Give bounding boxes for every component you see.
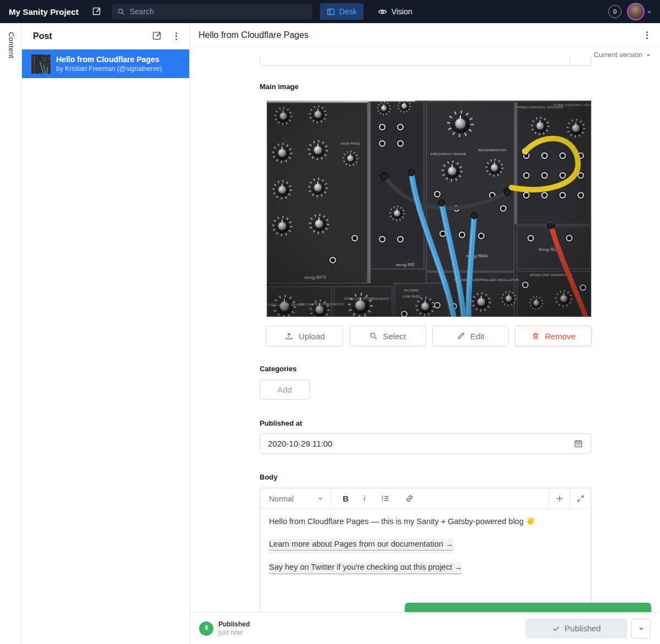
sanity-studio-app: My Sanity Project Search Desk Vision 0 xyxy=(0,0,660,644)
publish-arrow-icon xyxy=(202,624,211,632)
compose-icon xyxy=(152,31,162,41)
bullet-list-button[interactable] xyxy=(381,494,390,503)
desk-icon xyxy=(327,8,335,16)
edit-image-button[interactable]: Edit xyxy=(432,326,509,346)
tab-vision[interactable]: Vision xyxy=(371,3,419,20)
topbar: My Sanity Project Search Desk Vision 0 xyxy=(0,0,660,23)
content-rail-label[interactable]: Content xyxy=(7,32,15,58)
document-menu-button[interactable] xyxy=(643,29,651,41)
publish-status-icon xyxy=(199,621,213,636)
version-selector[interactable]: Current version xyxy=(593,51,651,59)
text-style-value: Normal xyxy=(269,494,317,503)
text-style-select[interactable]: Normal xyxy=(260,488,331,509)
content-rail: Content xyxy=(0,23,22,644)
chevron-down-icon xyxy=(646,9,652,15)
synthesizer-photo xyxy=(267,101,591,317)
bullet-list-icon xyxy=(381,494,390,503)
document-footer: Published just now Published xyxy=(190,612,660,644)
editor-toolbar: Normal B i xyxy=(260,488,591,509)
compose-icon xyxy=(92,7,102,16)
create-post-button[interactable] xyxy=(152,31,162,41)
search-input[interactable]: Search xyxy=(112,4,312,19)
body-label: Body xyxy=(260,473,278,481)
pencil-icon xyxy=(457,332,465,340)
upload-icon xyxy=(284,332,294,341)
notifications-badge[interactable]: 0 xyxy=(608,5,622,18)
avatar xyxy=(627,3,645,20)
italic-button[interactable]: i xyxy=(364,494,366,503)
partially-scrolled-field[interactable] xyxy=(260,57,591,66)
main-image-label: Main image xyxy=(260,82,299,91)
body-link[interactable]: Say hey on Twitter if you're checking ou… xyxy=(269,562,462,574)
link-icon xyxy=(405,494,414,503)
link-button[interactable] xyxy=(405,494,414,503)
expand-icon xyxy=(576,494,585,503)
published-at-input[interactable]: 2020-10-29 11:00 xyxy=(260,433,591,454)
search-placeholder: Search xyxy=(130,7,154,16)
post-list-panel: Post Hello from Cloudflare Pages by Kris… xyxy=(22,23,190,644)
categories-label: Categories xyxy=(260,365,296,373)
post-item-title: Hello from Cloudflare Pages xyxy=(56,55,162,64)
toast-close-button[interactable] xyxy=(629,610,642,612)
document-pane: Hello from Cloudflare Pages Current vers… xyxy=(190,23,660,644)
plus-icon xyxy=(556,494,564,503)
expand-editor-button[interactable] xyxy=(570,488,591,509)
publish-menu-button[interactable] xyxy=(631,619,651,639)
post-panel-header: Post xyxy=(22,23,189,49)
publish-button[interactable]: Published xyxy=(526,619,627,639)
publish-status-time: just now xyxy=(218,629,250,636)
add-category-button[interactable]: Add xyxy=(260,379,310,400)
new-document-button[interactable] xyxy=(92,7,102,16)
body-paragraph: Hello from Cloudflare Pages — this is my… xyxy=(269,516,582,527)
post-panel-menu-button[interactable] xyxy=(172,30,180,42)
list-item-post[interactable]: Hello from Cloudflare Pages by Kristian … xyxy=(22,49,189,78)
select-image-button[interactable]: Select xyxy=(349,326,426,346)
body-paragraph: Learn more about Pages from our document… xyxy=(269,539,582,551)
publish-success-toast: This document is now published. xyxy=(405,603,651,612)
document-header: Hello from Cloudflare Pages xyxy=(190,23,660,47)
post-panel-title: Post xyxy=(33,31,152,41)
trash-icon xyxy=(531,332,540,340)
post-item-subtitle: by Kristian Freeman (@signalnerve) xyxy=(56,65,162,73)
published-at-value: 2020-10-29 11:00 xyxy=(268,439,574,448)
body-editor: Normal B i xyxy=(260,488,591,612)
publish-status-label: Published xyxy=(218,620,250,628)
tab-desk[interactable]: Desk xyxy=(320,3,364,20)
post-thumbnail xyxy=(31,54,51,74)
document-form: Current version Main image Upload xyxy=(190,47,660,612)
version-label: Current version xyxy=(593,51,642,59)
search-icon xyxy=(369,332,378,340)
document-title: Hello from Cloudflare Pages xyxy=(199,30,643,40)
body-link[interactable]: Learn more about Pages from our document… xyxy=(269,539,453,551)
image-toolbar: Upload Select Edit xyxy=(266,326,592,346)
tab-vision-label: Vision xyxy=(392,7,413,16)
project-title: My Sanity Project xyxy=(9,7,79,16)
remove-image-button[interactable]: Remove xyxy=(515,326,592,346)
check-icon xyxy=(552,625,560,632)
topbar-right: 0 xyxy=(608,3,652,20)
eye-icon xyxy=(378,7,387,16)
main-image-preview[interactable] xyxy=(267,101,591,317)
search-icon xyxy=(117,8,125,16)
chevron-down-icon xyxy=(317,496,323,502)
waving-hand-emoji xyxy=(526,517,536,526)
body-text-area[interactable]: Hello from Cloudflare Pages — this is my… xyxy=(260,509,591,593)
published-at-label: Published at xyxy=(260,419,302,427)
calendar-icon[interactable] xyxy=(574,439,583,448)
bold-button[interactable]: B xyxy=(343,494,349,503)
insert-block-button[interactable] xyxy=(549,488,570,509)
tab-desk-label: Desk xyxy=(339,7,357,16)
body-paragraph: Say hey on Twitter if you're checking ou… xyxy=(269,562,582,574)
upload-button[interactable]: Upload xyxy=(266,326,343,346)
user-menu[interactable] xyxy=(627,3,652,20)
chevron-down-icon xyxy=(646,52,651,58)
chevron-down-icon xyxy=(638,625,645,632)
